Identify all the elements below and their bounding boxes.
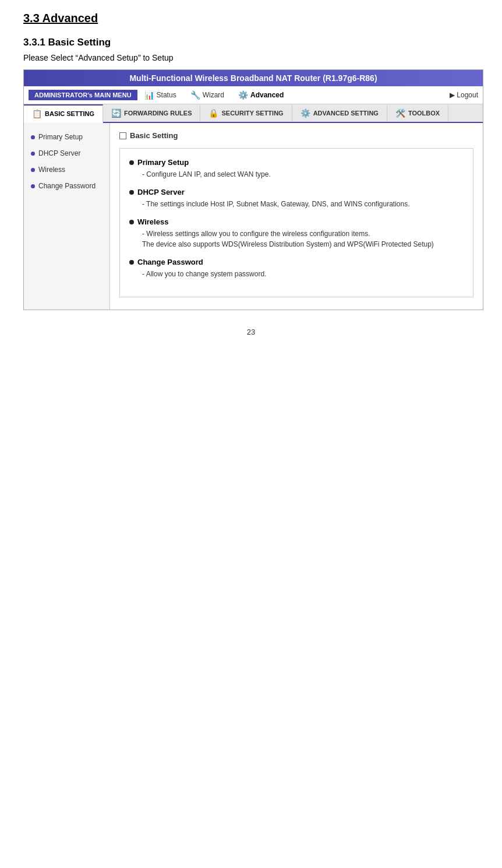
nav-admin[interactable]: ADMINISTRATOR's MAIN MENU [29,90,137,100]
tab-security-setting[interactable]: 🔒 SECURITY SETTING [200,105,292,121]
tab-toolbox[interactable]: 🛠️ TOOLBOX [387,105,448,121]
intro-text: Please Select “Advanced Setup” to Setup [23,53,479,62]
page-number: 23 [23,328,479,336]
section-change-password: Change Password - Allow you to change sy… [129,258,464,279]
section-text-primary-setup: - Configure LAN IP, and select WAN type. [129,169,464,180]
router-sidebar: Primary Setup DHCP Server Wireless Chang… [24,123,110,310]
section-text-dhcp-server: - The settings include Host IP, Subnet M… [129,199,464,209]
toolbox-icon: 🛠️ [395,108,405,118]
panel-title: Basic Setting [130,131,178,140]
sidebar-item-primary-setup[interactable]: Primary Setup [24,129,109,145]
section-dhcp-server: DHCP Server - The settings include Host … [129,188,464,209]
section-bullet-icon [129,160,134,165]
nav-status[interactable]: 📊 Status [137,89,183,101]
section-title-wireless: Wireless [129,217,464,226]
nav-logout[interactable]: ▶ Logout [450,91,478,99]
advanced-icon: ⚙️ [238,90,248,100]
section-title: 3.3.1 Basic Setting [23,37,479,48]
advanced-setting-icon: ⚙️ [301,108,310,118]
panel-checkbox[interactable] [119,132,126,139]
nav-wizard[interactable]: 🔧 Wizard [183,89,231,101]
status-icon: 📊 [144,90,154,100]
section-bullet-icon [129,190,134,195]
section-bullet-icon [129,260,134,265]
page-title: 3.3 Advanced [23,12,479,25]
bullet-icon [31,135,35,139]
router-content: Primary Setup DHCP Server Wireless Chang… [24,123,483,310]
section-title-dhcp-server: DHCP Server [129,188,464,196]
section-text-change-password: - Allow you to change system password. [129,269,464,279]
router-main: Basic Setting Primary Setup - Configure … [110,123,483,310]
router-navbar: ADMINISTRATOR's MAIN MENU 📊 Status 🔧 Wiz… [24,86,483,104]
section-title-change-password: Change Password [129,258,464,266]
nav-advanced[interactable]: ⚙️ Advanced [231,89,291,101]
tab-basic-setting[interactable]: 📋 BASIC SETTING [24,104,103,123]
panel-header: Basic Setting [119,131,473,140]
basic-setting-icon: 📋 [32,109,42,118]
sidebar-item-change-password[interactable]: Change Password [24,178,109,194]
panel-box: Primary Setup - Configure LAN IP, and se… [119,148,473,297]
bullet-icon [31,152,35,156]
sidebar-item-wireless[interactable]: Wireless [24,161,109,178]
sidebar-item-dhcp-server[interactable]: DHCP Server [24,145,109,161]
router-tabbar: 📋 BASIC SETTING 🔄 FORWARDING RULES 🔒 SEC… [24,104,483,123]
forwarding-rules-icon: 🔄 [111,108,121,118]
bullet-icon [31,184,35,188]
tab-advanced-setting[interactable]: ⚙️ ADVANCED SETTING [292,105,387,121]
security-setting-icon: 🔒 [208,108,218,118]
bullet-icon [31,168,35,172]
section-title-primary-setup: Primary Setup [129,158,464,167]
tab-forwarding-rules[interactable]: 🔄 FORWARDING RULES [103,105,201,121]
router-titlebar: Multi-Functional Wireless Broadband NAT … [24,70,483,86]
section-text-wireless: - Wireless settings allow you to configu… [129,229,464,249]
router-frame: Multi-Functional Wireless Broadband NAT … [23,69,483,310]
wizard-icon: 🔧 [190,90,200,100]
section-bullet-icon [129,220,134,224]
section-primary-setup: Primary Setup - Configure LAN IP, and se… [129,158,464,180]
section-wireless: Wireless - Wireless settings allow you t… [129,217,464,249]
